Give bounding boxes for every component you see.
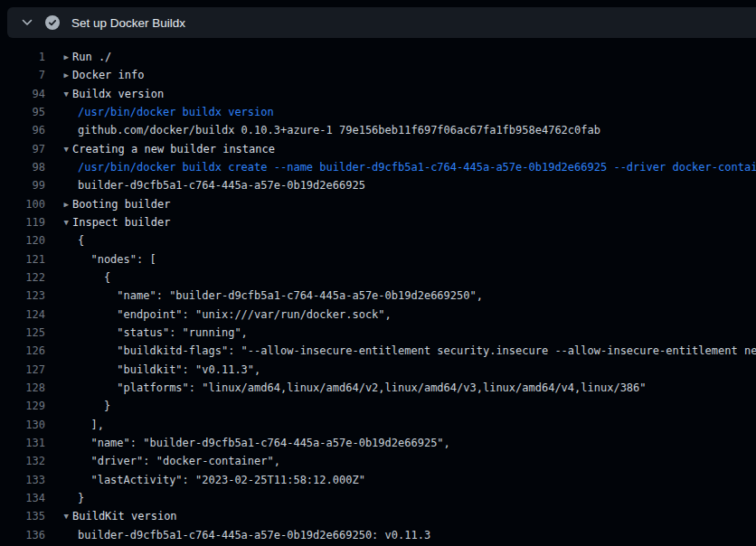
log-line: 133 "lastActivity": "2023-02-25T11:58:12… [0, 471, 756, 489]
log-group-row[interactable]: 1▶Run ./ [0, 48, 756, 66]
line-number[interactable]: 123 [0, 289, 45, 302]
line-number[interactable]: 126 [0, 344, 45, 357]
group-title: Creating a new builder instance [72, 143, 275, 155]
line-number[interactable]: 121 [0, 253, 45, 266]
line-number[interactable]: 130 [0, 419, 45, 431]
log-line: 136builder-d9cfb5a1-c764-445a-a57e-0b19d… [0, 526, 756, 544]
step-title: Set up Docker Buildx [71, 16, 185, 30]
log-line: 127 "buildkit": "v0.11.3", [0, 361, 756, 379]
log-group-row[interactable]: 94▼Buildx version [0, 85, 756, 103]
command-text: /usr/bin/docker buildx version [72, 106, 274, 118]
line-number[interactable]: 98 [0, 161, 45, 174]
log-text: "buildkit": "v0.11.3", [72, 363, 260, 376]
line-number[interactable]: 7 [0, 69, 45, 81]
log-text: builder-d9cfb5a1-c764-445a-a57e-0b19d2e6… [72, 529, 430, 541]
log-text: } [72, 400, 110, 412]
line-number[interactable]: 135 [0, 510, 45, 522]
log-line: 129 } [0, 397, 756, 415]
log-line: 98/usr/bin/docker buildx create --name b… [0, 158, 756, 176]
log-text: "status": "running", [72, 326, 248, 339]
log-text: { [72, 234, 84, 247]
log-line: 128 "platforms": "linux/amd64,linux/amd6… [0, 379, 756, 397]
line-number[interactable]: 94 [0, 88, 45, 100]
line-number[interactable]: 95 [0, 106, 45, 118]
log-line: 95/usr/bin/docker buildx version [0, 103, 756, 121]
log-line: 120{ [0, 231, 756, 249]
line-number[interactable]: 136 [0, 529, 45, 541]
line-number[interactable]: 120 [0, 234, 45, 247]
group-title: Docker info [72, 69, 144, 81]
group-title: Run ./ [72, 51, 111, 63]
line-number[interactable]: 100 [0, 198, 45, 211]
group-title: Inspect builder [72, 216, 170, 229]
log-text: "lastActivity": "2023-02-25T11:58:12.000… [72, 474, 365, 486]
triangle-right-icon[interactable]: ▶ [45, 195, 72, 213]
log-line: 123 "name": "builder-d9cfb5a1-c764-445a-… [0, 287, 756, 305]
log-text: } [72, 492, 84, 504]
log-line: 132 "driver": "docker-container", [0, 452, 756, 470]
log-text: "nodes": [ [72, 253, 156, 266]
log-line: 130 ], [0, 416, 756, 434]
log-lines: 1▶Run ./7▶Docker info94▼Buildx version95… [0, 38, 756, 544]
log-text: ], [72, 419, 104, 431]
line-number[interactable]: 132 [0, 455, 45, 467]
line-number[interactable]: 125 [0, 326, 45, 339]
log-line: 96github.com/docker/buildx 0.10.3+azure-… [0, 121, 756, 139]
log-line: 126 "buildkitd-flags": "--allow-insecure… [0, 342, 756, 360]
line-number[interactable]: 124 [0, 308, 45, 321]
line-number[interactable]: 131 [0, 437, 45, 449]
log-group-row[interactable]: 7▶Docker info [0, 66, 756, 84]
line-number[interactable]: 96 [0, 124, 45, 136]
log-line: 121 "nodes": [ [0, 250, 756, 268]
log-text: "name": "builder-d9cfb5a1-c764-445a-a57e… [72, 289, 483, 302]
triangle-down-icon[interactable]: ▼ [45, 213, 72, 231]
line-number[interactable]: 128 [0, 381, 45, 394]
group-title: Buildx version [72, 88, 164, 100]
log-group-row[interactable]: 100▶Booting builder [0, 195, 756, 213]
group-title: Booting builder [72, 198, 170, 211]
group-title: BuildKit version [72, 510, 177, 522]
line-number[interactable]: 127 [0, 363, 45, 376]
log-line: 99builder-d9cfb5a1-c764-445a-a57e-0b19d2… [0, 176, 756, 194]
triangle-right-icon[interactable]: ▶ [45, 48, 72, 66]
line-number[interactable]: 134 [0, 492, 45, 504]
line-number[interactable]: 1 [0, 51, 45, 63]
log-text: github.com/docker/buildx 0.10.3+azure-1 … [72, 124, 600, 136]
log-text: "name": "builder-d9cfb5a1-c764-445a-a57e… [72, 437, 450, 449]
workflow-log-page: Set up Docker Buildx 1▶Run ./7▶Docker in… [0, 7, 756, 544]
log-line: 125 "status": "running", [0, 324, 756, 342]
command-text: /usr/bin/docker buildx create --name bui… [72, 161, 756, 174]
line-number[interactable]: 122 [0, 271, 45, 284]
log-line: 131 "name": "builder-d9cfb5a1-c764-445a-… [0, 434, 756, 452]
line-number[interactable]: 119 [0, 216, 45, 229]
log-line: 124 "endpoint": "unix:///var/run/docker.… [0, 306, 756, 324]
log-text: builder-d9cfb5a1-c764-445a-a57e-0b19d2e6… [72, 179, 365, 192]
log-group-row[interactable]: 135▼BuildKit version [0, 507, 756, 525]
line-number[interactable]: 99 [0, 179, 45, 192]
log-line: 122 { [0, 268, 756, 287]
check-circle-icon [45, 15, 60, 30]
log-text: "buildkitd-flags": "--allow-insecure-ent… [72, 344, 756, 357]
log-text: "endpoint": "unix:///var/run/docker.sock… [72, 308, 392, 321]
log-text: { [72, 271, 110, 284]
triangle-down-icon[interactable]: ▼ [45, 140, 72, 158]
log-text: "driver": "docker-container", [72, 455, 280, 467]
log-text: "platforms": "linux/amd64,linux/amd64/v2… [72, 381, 647, 394]
step-header[interactable]: Set up Docker Buildx [7, 7, 756, 38]
triangle-down-icon[interactable]: ▼ [45, 85, 72, 103]
line-number[interactable]: 133 [0, 474, 45, 486]
log-group-row[interactable]: 97▼Creating a new builder instance [0, 140, 756, 158]
log-group-row[interactable]: 119▼Inspect builder [0, 213, 756, 231]
log-line: 134} [0, 489, 756, 507]
chevron-down-icon[interactable] [22, 19, 33, 26]
triangle-right-icon[interactable]: ▶ [45, 66, 72, 84]
line-number[interactable]: 129 [0, 400, 45, 412]
triangle-down-icon[interactable]: ▼ [45, 507, 72, 525]
line-number[interactable]: 97 [0, 143, 45, 155]
